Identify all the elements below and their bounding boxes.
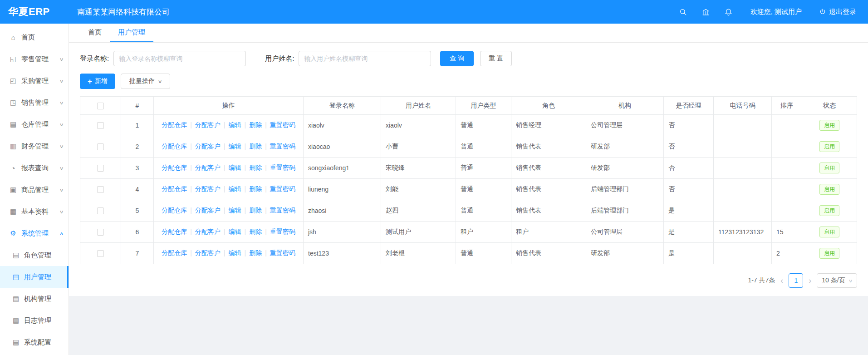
sidebar-item-system-config[interactable]: ▤系统配置 — [0, 331, 69, 353]
logout-button[interactable]: 退出登录 — [819, 8, 856, 16]
assign-warehouse-link[interactable]: 分配仓库 — [162, 249, 187, 256]
edit-link[interactable]: 编辑 — [229, 121, 241, 128]
phone-number-cell — [714, 115, 772, 136]
row-checkbox[interactable] — [97, 143, 104, 150]
status-badge[interactable]: 启用 — [819, 205, 839, 216]
status-badge[interactable]: 启用 — [819, 184, 839, 195]
current-page[interactable]: 1 — [789, 273, 803, 288]
login-name-input[interactable] — [113, 51, 246, 66]
select-all-checkbox[interactable] — [97, 103, 104, 109]
row-checkbox[interactable] — [97, 186, 104, 193]
delete-link[interactable]: 删除 — [249, 121, 262, 128]
reset-password-link[interactable]: 重置密码 — [270, 228, 295, 235]
sidebar-item-report[interactable]: ◔报表查询∨ — [0, 157, 69, 179]
assign-customer-link[interactable]: 分配客户 — [195, 228, 221, 235]
edit-link[interactable]: 编辑 — [229, 228, 241, 235]
sidebar-item-label: 商品管理 — [21, 186, 49, 194]
sidebar-item-warehouse[interactable]: ▤仓库管理∨ — [0, 113, 69, 135]
row-checkbox[interactable] — [97, 229, 104, 236]
search-button[interactable]: 查 询 — [440, 51, 474, 66]
sidebar-item-home[interactable]: ⌂首页 — [0, 26, 69, 48]
row-checkbox[interactable] — [97, 122, 104, 129]
organization-cell: 公司管理层 — [586, 222, 664, 243]
sidebar-item-purchase[interactable]: ◰采购管理∨ — [0, 70, 69, 92]
role-cell: 销售代表 — [511, 158, 586, 179]
status-badge[interactable]: 启用 — [819, 163, 839, 173]
user-table-body: 1分配仓库|分配客户|编辑|删除|重置密码xiaolvxiaolv普通销售经理公… — [80, 115, 857, 264]
toolbar-row: + 新增 批量操作 ∨ — [80, 74, 857, 89]
sidebar-item-label: 用户管理 — [24, 273, 51, 281]
delete-link[interactable]: 删除 — [249, 249, 262, 256]
add-button[interactable]: + 新增 — [80, 74, 115, 89]
assign-warehouse-link[interactable]: 分配仓库 — [162, 143, 187, 150]
reset-button[interactable]: 重 置 — [480, 51, 512, 66]
assign-customer-link[interactable]: 分配客户 — [195, 143, 221, 150]
tab-bar: 首页用户管理 — [69, 24, 868, 43]
bell-icon[interactable] — [724, 7, 733, 16]
sidebar-item-retail[interactable]: ◱零售管理∨ — [0, 48, 69, 70]
delete-link[interactable]: 删除 — [249, 143, 262, 150]
reset-password-link[interactable]: 重置密码 — [270, 185, 295, 192]
status-badge[interactable]: 启用 — [819, 141, 839, 152]
sidebar-item-role-management[interactable]: ▤角色管理 — [0, 244, 69, 266]
operation-separator: | — [245, 143, 246, 150]
platform-icon[interactable] — [701, 7, 711, 16]
row-checkbox[interactable] — [97, 207, 104, 214]
status-badge[interactable]: 启用 — [819, 227, 839, 237]
delete-link[interactable]: 删除 — [249, 185, 262, 192]
search-icon[interactable] — [679, 7, 688, 16]
assign-customer-link[interactable]: 分配客户 — [195, 121, 221, 128]
edit-link[interactable]: 编辑 — [229, 143, 241, 150]
delete-link[interactable]: 删除 — [249, 228, 262, 235]
status-cell: 启用 — [802, 158, 857, 179]
edit-link[interactable]: 编辑 — [229, 164, 241, 171]
sidebar-item-finance[interactable]: ▥财务管理∨ — [0, 135, 69, 157]
delete-link[interactable]: 删除 — [249, 164, 262, 171]
page-size-select[interactable]: 10 条/页 ∨ — [817, 273, 857, 288]
edit-link[interactable]: 编辑 — [229, 249, 241, 256]
sidebar-item-org-management[interactable]: ▤机构管理 — [0, 288, 69, 310]
row-checkbox-cell — [80, 200, 121, 222]
reset-password-link[interactable]: 重置密码 — [270, 143, 295, 150]
status-cell: 启用 — [802, 115, 857, 136]
sidebar-item-log-management[interactable]: ▤日志管理 — [0, 310, 69, 331]
user-name-cell: 小曹 — [381, 136, 456, 158]
delete-link[interactable]: 删除 — [249, 207, 262, 214]
edit-link[interactable]: 编辑 — [229, 185, 241, 192]
sidebar-item-system[interactable]: ⚙系统管理∧ — [0, 222, 69, 244]
user-name-input[interactable] — [299, 51, 431, 66]
tab-home[interactable]: 首页 — [80, 24, 110, 42]
status-badge[interactable]: 启用 — [819, 248, 839, 259]
reset-password-link[interactable]: 重置密码 — [270, 249, 295, 256]
column-header: 角色 — [511, 97, 586, 115]
is-manager-cell: 否 — [664, 115, 714, 136]
row-checkbox[interactable] — [97, 250, 104, 257]
assign-customer-link[interactable]: 分配客户 — [195, 185, 221, 192]
row-checkbox[interactable] — [97, 165, 104, 172]
status-badge[interactable]: 启用 — [819, 120, 839, 131]
reset-password-link[interactable]: 重置密码 — [270, 121, 295, 128]
assign-customer-link[interactable]: 分配客户 — [195, 207, 221, 214]
next-page-icon[interactable]: › — [808, 276, 812, 285]
prev-page-icon[interactable]: ‹ — [780, 276, 784, 285]
assign-warehouse-link[interactable]: 分配仓库 — [162, 164, 187, 171]
reset-password-link[interactable]: 重置密码 — [270, 164, 295, 171]
sidebar-item-user-management[interactable]: ▤用户管理 — [0, 266, 69, 288]
reset-password-link[interactable]: 重置密码 — [270, 207, 295, 214]
sidebar-item-goods[interactable]: ▣商品管理∨ — [0, 179, 69, 201]
assign-warehouse-link[interactable]: 分配仓库 — [162, 121, 187, 128]
app-logo[interactable]: 华夏ERP — [0, 5, 69, 19]
user-type-cell: 普通 — [456, 243, 511, 264]
sidebar-item-sales[interactable]: ◳销售管理∨ — [0, 92, 69, 113]
assign-warehouse-link[interactable]: 分配仓库 — [162, 228, 187, 235]
assign-warehouse-link[interactable]: 分配仓库 — [162, 185, 187, 192]
sidebar-item-basedata[interactable]: ▦基本资料∨ — [0, 201, 69, 222]
batch-operation-button[interactable]: 批量操作 ∨ — [121, 74, 170, 89]
assign-customer-link[interactable]: 分配客户 — [195, 249, 221, 256]
phone-number-cell — [714, 200, 772, 222]
assign-customer-link[interactable]: 分配客户 — [195, 164, 221, 171]
sort-order-cell — [772, 200, 802, 222]
tab-user-management[interactable]: 用户管理 — [110, 24, 153, 42]
edit-link[interactable]: 编辑 — [229, 207, 241, 214]
assign-warehouse-link[interactable]: 分配仓库 — [162, 207, 187, 214]
